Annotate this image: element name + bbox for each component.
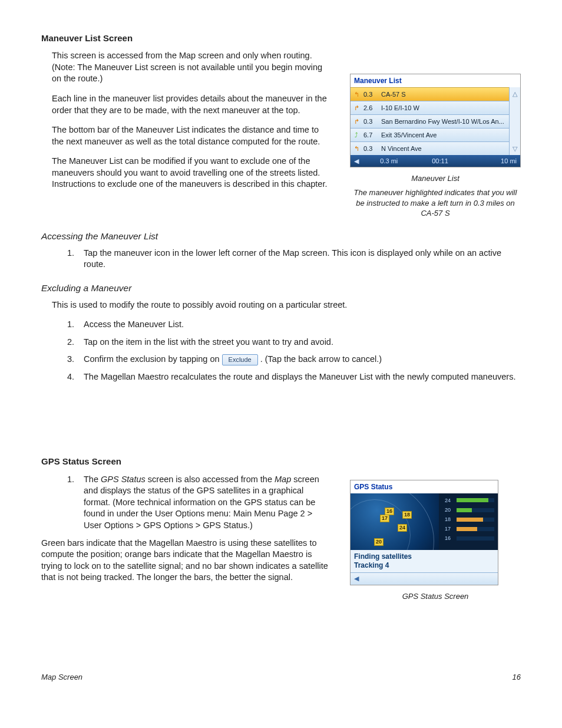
maneuver-distance: 6.7 [363, 131, 378, 140]
maneuver-distance: 0.3 [363, 117, 378, 126]
maneuver-name: N Vincent Ave [381, 144, 509, 153]
satellite-id: 17 [445, 525, 454, 532]
scroll-up-icon[interactable]: △ [510, 87, 520, 100]
list-item: The GPS Status screen is also accessed f… [77, 474, 332, 532]
list-item: The Magellan Maestro recalculates the ro… [77, 371, 521, 383]
gps-status-line: Finding satellites [354, 552, 494, 561]
caption-title: GPS Status Screen [350, 591, 521, 602]
section-text: This screen is accessed from the Map scr… [52, 50, 350, 218]
paragraph: The bottom bar of the Maneuver List indi… [52, 124, 332, 147]
ordered-list: Tap the maneuver icon in the lower left … [41, 248, 521, 271]
section-text: The GPS Status screen is also accessed f… [41, 474, 350, 602]
paragraph: The Maneuver List can be modified if you… [52, 156, 332, 190]
signal-bar-row: 18 [445, 516, 494, 523]
turn-left-icon: ↰ [353, 144, 360, 153]
maneuver-distance: 0.3 [363, 90, 378, 99]
maneuver-distance: 0.3 [363, 144, 378, 153]
maneuver-name: CA-57 S [381, 90, 509, 99]
signal-bar-row: 17 [445, 525, 494, 532]
maneuver-row[interactable]: ↰ 0.3 N Vincent Ave [351, 141, 509, 155]
total-distance: 10 mi [465, 157, 517, 166]
signal-bar-row: 16 [445, 535, 494, 542]
figure-caption: Maneuver List The maneuver highlighted i… [350, 173, 521, 218]
maneuver-bottom-bar: ◀ 0.3 mi 00:11 10 mi [351, 155, 520, 167]
page-footer: Map Screen 16 [41, 672, 521, 683]
subsection-heading: Accessing the Maneuver List [41, 230, 521, 243]
text: Confirm the exclusion by tapping on [84, 354, 222, 364]
maneuver-list-screenshot: Maneuver List ↰ 0.3 CA-57 S ↱ 2.6 I-10 E… [350, 74, 521, 167]
paragraph: This screen is accessed from the Map scr… [52, 50, 332, 85]
maneuver-row[interactable]: ↱ 2.6 I-10 E/I-10 W [351, 101, 509, 114]
figure-caption: GPS Status Screen [350, 591, 521, 602]
satellite-marker: 17 [380, 515, 389, 522]
subsection-heading: Excluding a Maneuver [41, 282, 521, 295]
section-heading: Maneuver List Screen [41, 32, 521, 44]
section-heading: GPS Status Screen [41, 456, 521, 467]
section-two-col: The GPS Status screen is also accessed f… [41, 474, 521, 602]
paragraph: Each line in the maneuver list provides … [52, 93, 332, 116]
gps-footer-bar: ◀ [351, 572, 498, 585]
maneuver-name: San Bernardino Fwy West/I-10 W/Los An... [381, 117, 509, 126]
caption-title: Maneuver List [350, 173, 521, 184]
list-item: Confirm the exclusion by tapping on Excl… [77, 354, 521, 365]
satellite-id: 18 [445, 516, 454, 523]
gps-status-screenshot: GPS Status 16 17 18 24 20 24 20 18 17 16 [350, 480, 498, 585]
gps-status-line: Tracking 4 [354, 561, 494, 570]
maneuver-row[interactable]: ↰ 0.3 CA-57 S [351, 87, 509, 101]
gps-signal-bars: 24 20 18 17 16 [439, 493, 498, 550]
exit-icon: ⤴ [353, 131, 360, 140]
paragraph: This is used to modify the route to poss… [52, 299, 521, 311]
satellite-marker: 24 [398, 524, 407, 532]
figure-maneuver-list: Maneuver List ↰ 0.3 CA-57 S ↱ 2.6 I-10 E… [350, 50, 521, 218]
scrollbar[interactable]: △ ▽ [509, 87, 520, 155]
paragraph: Green bars indicate that the Magellan Ma… [41, 538, 332, 584]
figure-gps-status: GPS Status 16 17 18 24 20 24 20 18 17 16 [350, 474, 521, 602]
maneuver-row[interactable]: ↱ 0.3 San Bernardino Fwy West/I-10 W/Los… [351, 114, 509, 128]
back-icon[interactable]: ◀ [354, 157, 363, 166]
turn-right-icon: ↱ [353, 117, 360, 126]
list-item: Access the Maneuver List. [77, 319, 521, 331]
maneuver-row[interactable]: ⤴ 6.7 Exit 35/Vincent Ave [351, 128, 509, 141]
section-two-col: This screen is accessed from the Map scr… [41, 50, 521, 218]
next-time: 00:11 [415, 157, 466, 166]
ordered-list: The GPS Status screen is also accessed f… [41, 474, 332, 532]
italic-text: Map [275, 475, 291, 484]
italic-text: GPS Status [101, 475, 146, 484]
satellite-id: 20 [445, 506, 454, 513]
exclude-button[interactable]: Exclude [222, 354, 258, 365]
satellite-id: 16 [445, 535, 454, 542]
ordered-list: Access the Maneuver List. Tap on the ite… [41, 319, 521, 383]
maneuver-list-title: Maneuver List [351, 74, 520, 87]
maneuver-name: I-10 E/I-10 W [381, 104, 509, 113]
gps-status-text: Finding satellites Tracking 4 [351, 550, 498, 572]
satellite-marker: 20 [374, 538, 384, 546]
scroll-down-icon[interactable]: ▽ [510, 142, 520, 155]
text: screen is also accessed from the [146, 475, 275, 484]
gps-title: GPS Status [351, 480, 498, 493]
turn-right-icon: ↱ [353, 104, 360, 113]
turn-left-icon: ↰ [353, 90, 360, 99]
footer-section: Map Screen [41, 672, 82, 683]
text: . (Tap the back arrow to cancel.) [260, 354, 382, 364]
caption-text: The maneuver highlighted indicates that … [350, 187, 521, 219]
maneuver-list-rows: ↰ 0.3 CA-57 S ↱ 2.6 I-10 E/I-10 W ↱ 0.3 … [351, 87, 509, 155]
satellite-id: 24 [445, 497, 454, 504]
maneuver-name: Exit 35/Vincent Ave [381, 131, 509, 140]
page-number: 16 [513, 672, 521, 683]
back-icon[interactable]: ◀ [354, 574, 359, 583]
list-item: Tap on the item in the list with the str… [77, 337, 521, 348]
list-item: Tap the maneuver icon in the lower left … [77, 248, 521, 271]
maneuver-distance: 2.6 [363, 104, 378, 113]
gps-globe: 16 17 18 24 20 [351, 493, 439, 550]
satellite-marker: 18 [402, 511, 412, 519]
next-distance: 0.3 mi [363, 157, 415, 166]
text: The [84, 475, 101, 484]
signal-bar-row: 20 [445, 506, 494, 513]
signal-bar-row: 24 [445, 497, 494, 504]
satellite-marker: 16 [385, 508, 394, 515]
